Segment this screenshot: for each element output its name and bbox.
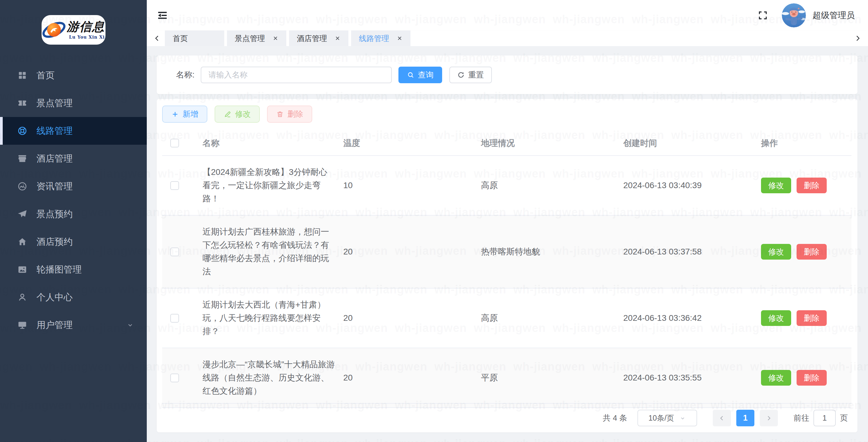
search-icon — [407, 71, 414, 79]
fold-icon — [157, 10, 168, 21]
sidebar-fold-button[interactable] — [157, 10, 168, 21]
paper-plane-icon — [17, 209, 27, 219]
table-row: 【2024新疆全新攻略】3分钟耐心看完，一定让你新疆之旅少走弯路！ 10 高原 … — [162, 156, 851, 215]
page-unit-label: 页 — [840, 413, 848, 423]
tab-close-icon[interactable] — [335, 35, 341, 41]
cell-geography: 平原 — [481, 372, 623, 384]
cell-temperature: 20 — [343, 313, 481, 323]
sidebar-item-label: 线路管理 — [36, 125, 73, 137]
sidebar-item-scenic-mgmt[interactable]: 景点管理 — [0, 89, 147, 117]
search-input-wrap — [201, 67, 392, 83]
row-checkbox[interactable] — [170, 374, 179, 382]
sidebar-item-hotel-booking[interactable]: 酒店预约 — [0, 228, 147, 256]
cell-geography: 高原 — [481, 180, 623, 191]
row-checkbox[interactable] — [170, 247, 179, 256]
chevron-left-icon — [718, 415, 725, 421]
sidebar-item-carousel-mgmt[interactable]: 轮播图管理 — [0, 256, 147, 284]
tab-close-icon[interactable] — [397, 35, 403, 41]
column-header-temperature: 温度 — [343, 138, 481, 149]
fullscreen-button[interactable] — [758, 10, 768, 21]
prev-page-button[interactable] — [713, 410, 731, 426]
pagination: 共 4 条 10条/页 1 前往 页 — [162, 403, 851, 432]
table-row: 近期计划去大西北（青海+甘肃）玩，八天七晚行程路线要怎样安排？ 20 高原 20… — [162, 289, 851, 348]
name-field-label: 名称: — [176, 69, 195, 80]
cell-created: 2024-06-13 03:37:58 — [623, 247, 761, 257]
user-menu[interactable]: 超级管理员 — [758, 3, 855, 27]
sidebar-item-route-mgmt[interactable]: 线路管理 — [0, 117, 147, 145]
sidebar-item-label: 用户管理 — [36, 319, 73, 331]
sidebar-item-label: 景点预约 — [36, 208, 73, 220]
row-delete-button[interactable]: 删除 — [797, 178, 827, 193]
table-toolbar: 新增 修改 删除 — [162, 106, 851, 123]
row-delete-button[interactable]: 删除 — [797, 370, 827, 386]
row-delete-button[interactable]: 删除 — [797, 244, 827, 260]
row-checkbox[interactable] — [170, 181, 179, 190]
goto-label: 前往 — [794, 413, 809, 423]
sidebar: 游信息 Lu You Xin Xi 首页 景点管理 线路管理 — [0, 0, 147, 442]
tab-home[interactable]: 首页 — [165, 30, 224, 46]
sidebar-item-label: 景点管理 — [36, 97, 73, 110]
tabs-scroll-left-button[interactable] — [151, 30, 163, 46]
cell-name: 近期计划去大西北（青海+甘肃）玩，八天七晚行程路线要怎样安排？ — [203, 289, 343, 348]
goto-page-input[interactable] — [813, 410, 836, 426]
column-header-actions: 操作 — [761, 138, 851, 149]
sidebar-item-hotel-mgmt[interactable]: 酒店管理 — [0, 145, 147, 173]
sidebar-item-scenic-booking[interactable]: 景点预约 — [0, 200, 147, 228]
sidebar-item-label: 资讯管理 — [36, 180, 73, 193]
sidebar-item-profile[interactable]: 个人中心 — [0, 284, 147, 311]
username: 超级管理员 — [812, 10, 855, 21]
user-icon — [17, 292, 27, 302]
route-table-panel: 新增 修改 删除 — [157, 99, 858, 432]
page-number-button[interactable]: 1 — [736, 410, 754, 426]
reset-button[interactable]: 重置 — [450, 67, 492, 83]
tab-route-mgmt[interactable]: 线路管理 — [351, 30, 410, 46]
avatar[interactable] — [782, 3, 806, 27]
sidebar-item-news-mgmt[interactable]: 资讯管理 — [0, 173, 147, 200]
add-button[interactable]: 新增 — [162, 106, 207, 123]
routes-table: 名称 温度 地理情况 创建时间 操作 【2024新疆全新攻略】3分钟耐心看完，一… — [162, 131, 851, 408]
plus-icon — [171, 110, 179, 118]
table-row: 漫步北京—“京畿长城”十大精品旅游线路（自然生态游、历史文化游、红色文化游篇） … — [162, 348, 851, 408]
tabs-scroll-right-button[interactable] — [852, 30, 864, 46]
delete-button[interactable]: 删除 — [267, 106, 312, 123]
page-content: 名称: 查询 重置 新增 — [147, 46, 868, 442]
logo-subtitle: Lu You Xin Xi — [69, 35, 104, 39]
chevron-left-icon — [153, 34, 161, 42]
next-page-button[interactable] — [760, 410, 778, 426]
table-header-row: 名称 温度 地理情况 创建时间 操作 — [162, 131, 851, 156]
row-checkbox[interactable] — [170, 314, 179, 323]
edit-button[interactable]: 修改 — [215, 106, 260, 123]
carousel-icon — [17, 264, 27, 275]
tab-scenic-mgmt[interactable]: 景点管理 — [227, 30, 286, 46]
sidebar-item-home[interactable]: 首页 — [0, 61, 147, 89]
row-delete-button[interactable]: 删除 — [797, 310, 827, 326]
chevron-right-icon — [766, 415, 772, 421]
row-edit-button[interactable]: 修改 — [761, 178, 791, 193]
edit-icon — [224, 110, 231, 118]
select-all-checkbox[interactable] — [170, 139, 179, 147]
cell-temperature: 10 — [343, 181, 481, 190]
chevron-down-icon — [126, 321, 134, 329]
logo-title: 游信息 — [67, 21, 105, 33]
cell-geography: 热带喀斯特地貌 — [481, 246, 623, 258]
row-edit-button[interactable]: 修改 — [761, 310, 791, 326]
tab-hotel-mgmt[interactable]: 酒店管理 — [289, 30, 348, 46]
main-area: 超级管理员 首页 景点管理 酒店管理 — [147, 0, 868, 442]
cell-temperature: 20 — [343, 247, 481, 257]
query-button[interactable]: 查询 — [398, 67, 442, 83]
row-edit-button[interactable]: 修改 — [761, 244, 791, 260]
sidebar-item-label: 首页 — [36, 69, 55, 82]
tab-label: 首页 — [173, 33, 188, 43]
lifebuoy-icon — [17, 126, 27, 136]
tab-close-icon[interactable] — [273, 35, 278, 41]
name-search-input[interactable] — [201, 70, 391, 80]
refresh-icon — [457, 71, 465, 79]
page-size-select[interactable]: 10条/页 — [638, 410, 697, 426]
tab-bar: 首页 景点管理 酒店管理 线路管理 — [147, 30, 868, 47]
app-logo: 游信息 Lu You Xin Xi — [41, 15, 105, 45]
row-edit-button[interactable]: 修改 — [761, 370, 791, 386]
search-panel: 名称: 查询 重置 — [157, 56, 858, 94]
sidebar-item-user-mgmt[interactable]: 用户管理 — [0, 311, 147, 339]
ticket-icon — [17, 98, 27, 108]
cell-created: 2024-06-13 03:36:42 — [623, 313, 761, 323]
